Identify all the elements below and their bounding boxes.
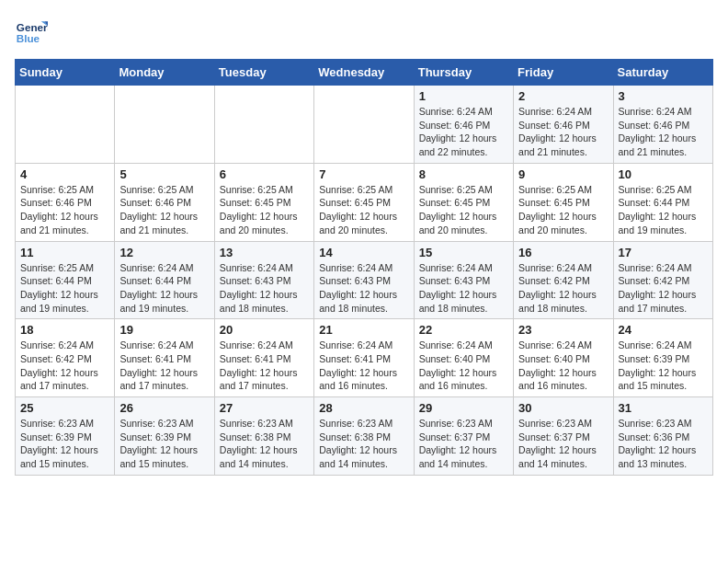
day-cell xyxy=(214,86,313,164)
day-cell: 28Sunrise: 6:23 AMSunset: 6:38 PMDayligh… xyxy=(314,397,414,476)
day-number: 8 xyxy=(419,167,508,181)
day-number: 7 xyxy=(319,167,408,181)
day-info: Sunrise: 6:24 AMSunset: 6:41 PMDaylight:… xyxy=(220,339,309,393)
day-info: Sunrise: 6:24 AMSunset: 6:41 PMDaylight:… xyxy=(319,339,408,393)
day-info: Sunrise: 6:25 AMSunset: 6:46 PMDaylight:… xyxy=(119,183,209,237)
day-number: 24 xyxy=(619,323,708,337)
day-cell xyxy=(16,86,115,164)
day-info: Sunrise: 6:23 AMSunset: 6:39 PMDaylight:… xyxy=(20,417,109,471)
week-row-5: 25Sunrise: 6:23 AMSunset: 6:39 PMDayligh… xyxy=(16,397,713,476)
day-info: Sunrise: 6:24 AMSunset: 6:42 PMDaylight:… xyxy=(20,339,109,393)
day-info: Sunrise: 6:24 AMSunset: 6:43 PMDaylight:… xyxy=(319,261,408,316)
day-info: Sunrise: 6:24 AMSunset: 6:44 PMDaylight:… xyxy=(119,261,209,316)
day-cell: 27Sunrise: 6:23 AMSunset: 6:38 PMDayligh… xyxy=(214,397,313,476)
day-number: 21 xyxy=(319,323,408,337)
day-number: 17 xyxy=(619,246,708,259)
day-cell: 3Sunrise: 6:24 AMSunset: 6:46 PMDaylight… xyxy=(613,86,712,164)
day-number: 4 xyxy=(20,167,109,181)
day-cell: 21Sunrise: 6:24 AMSunset: 6:41 PMDayligh… xyxy=(314,319,414,397)
day-number: 5 xyxy=(119,167,209,181)
day-info: Sunrise: 6:24 AMSunset: 6:46 PMDaylight:… xyxy=(619,105,708,159)
day-cell: 22Sunrise: 6:24 AMSunset: 6:40 PMDayligh… xyxy=(414,319,513,397)
day-cell: 7Sunrise: 6:25 AMSunset: 6:45 PMDaylight… xyxy=(314,163,414,241)
calendar-header: SundayMondayTuesdayWednesdayThursdayFrid… xyxy=(16,60,713,86)
day-cell xyxy=(115,86,214,164)
day-number: 14 xyxy=(319,246,408,259)
day-info: Sunrise: 6:25 AMSunset: 6:45 PMDaylight:… xyxy=(518,183,608,237)
day-info: Sunrise: 6:25 AMSunset: 6:44 PMDaylight:… xyxy=(619,183,708,237)
svg-text:Blue: Blue xyxy=(17,32,40,44)
header-day-thursday: Thursday xyxy=(414,60,513,86)
day-cell: 25Sunrise: 6:23 AMSunset: 6:39 PMDayligh… xyxy=(16,397,115,476)
day-info: Sunrise: 6:25 AMSunset: 6:44 PMDaylight:… xyxy=(20,261,109,316)
day-cell: 12Sunrise: 6:24 AMSunset: 6:44 PMDayligh… xyxy=(115,241,214,319)
day-number: 29 xyxy=(419,401,508,415)
day-info: Sunrise: 6:24 AMSunset: 6:40 PMDaylight:… xyxy=(518,339,608,393)
day-number: 18 xyxy=(20,323,109,337)
day-cell: 23Sunrise: 6:24 AMSunset: 6:40 PMDayligh… xyxy=(514,319,613,397)
day-cell: 29Sunrise: 6:23 AMSunset: 6:37 PMDayligh… xyxy=(414,397,513,476)
day-info: Sunrise: 6:23 AMSunset: 6:37 PMDaylight:… xyxy=(419,417,508,471)
day-number: 12 xyxy=(119,246,209,259)
day-info: Sunrise: 6:25 AMSunset: 6:45 PMDaylight:… xyxy=(319,183,408,237)
day-info: Sunrise: 6:24 AMSunset: 6:46 PMDaylight:… xyxy=(518,105,608,159)
day-number: 19 xyxy=(119,323,209,337)
day-info: Sunrise: 6:24 AMSunset: 6:42 PMDaylight:… xyxy=(518,261,608,316)
day-info: Sunrise: 6:24 AMSunset: 6:43 PMDaylight:… xyxy=(419,261,508,316)
day-number: 23 xyxy=(518,323,608,337)
day-info: Sunrise: 6:23 AMSunset: 6:37 PMDaylight:… xyxy=(518,417,608,471)
day-cell: 9Sunrise: 6:25 AMSunset: 6:45 PMDaylight… xyxy=(514,163,613,241)
page-header: General Blue xyxy=(15,15,713,48)
day-number: 31 xyxy=(619,401,708,415)
logo-icon: General Blue xyxy=(15,15,48,48)
day-number: 6 xyxy=(220,167,309,181)
day-number: 9 xyxy=(518,167,608,181)
day-info: Sunrise: 6:25 AMSunset: 6:45 PMDaylight:… xyxy=(419,183,508,237)
header-row: SundayMondayTuesdayWednesdayThursdayFrid… xyxy=(16,60,713,86)
header-day-saturday: Saturday xyxy=(613,60,712,86)
day-cell: 24Sunrise: 6:24 AMSunset: 6:39 PMDayligh… xyxy=(613,319,712,397)
day-info: Sunrise: 6:25 AMSunset: 6:45 PMDaylight:… xyxy=(220,183,309,237)
header-day-wednesday: Wednesday xyxy=(314,60,414,86)
day-cell: 31Sunrise: 6:23 AMSunset: 6:36 PMDayligh… xyxy=(613,397,712,476)
day-cell: 19Sunrise: 6:24 AMSunset: 6:41 PMDayligh… xyxy=(115,319,214,397)
day-info: Sunrise: 6:23 AMSunset: 6:36 PMDaylight:… xyxy=(619,417,708,471)
day-cell: 14Sunrise: 6:24 AMSunset: 6:43 PMDayligh… xyxy=(314,241,414,319)
day-number: 1 xyxy=(419,89,508,103)
day-cell: 2Sunrise: 6:24 AMSunset: 6:46 PMDaylight… xyxy=(514,86,613,164)
week-row-1: 1Sunrise: 6:24 AMSunset: 6:46 PMDaylight… xyxy=(16,86,713,164)
header-day-tuesday: Tuesday xyxy=(214,60,313,86)
day-info: Sunrise: 6:23 AMSunset: 6:39 PMDaylight:… xyxy=(119,417,209,471)
day-info: Sunrise: 6:24 AMSunset: 6:46 PMDaylight:… xyxy=(419,105,508,159)
day-info: Sunrise: 6:24 AMSunset: 6:43 PMDaylight:… xyxy=(220,261,309,316)
day-info: Sunrise: 6:24 AMSunset: 6:41 PMDaylight:… xyxy=(119,339,209,393)
week-row-2: 4Sunrise: 6:25 AMSunset: 6:46 PMDaylight… xyxy=(16,163,713,241)
day-cell xyxy=(314,86,414,164)
day-number: 27 xyxy=(220,401,309,415)
day-cell: 8Sunrise: 6:25 AMSunset: 6:45 PMDaylight… xyxy=(414,163,513,241)
header-day-sunday: Sunday xyxy=(16,60,115,86)
day-info: Sunrise: 6:23 AMSunset: 6:38 PMDaylight:… xyxy=(220,417,309,471)
day-cell: 30Sunrise: 6:23 AMSunset: 6:37 PMDayligh… xyxy=(514,397,613,476)
day-info: Sunrise: 6:24 AMSunset: 6:40 PMDaylight:… xyxy=(419,339,508,393)
day-number: 10 xyxy=(619,167,708,181)
day-cell: 11Sunrise: 6:25 AMSunset: 6:44 PMDayligh… xyxy=(16,241,115,319)
day-info: Sunrise: 6:24 AMSunset: 6:39 PMDaylight:… xyxy=(619,339,708,393)
day-number: 30 xyxy=(518,401,608,415)
day-number: 28 xyxy=(319,401,408,415)
day-cell: 20Sunrise: 6:24 AMSunset: 6:41 PMDayligh… xyxy=(214,319,313,397)
day-cell: 6Sunrise: 6:25 AMSunset: 6:45 PMDaylight… xyxy=(214,163,313,241)
day-cell: 5Sunrise: 6:25 AMSunset: 6:46 PMDaylight… xyxy=(115,163,214,241)
day-number: 20 xyxy=(220,323,309,337)
day-number: 26 xyxy=(119,401,209,415)
week-row-4: 18Sunrise: 6:24 AMSunset: 6:42 PMDayligh… xyxy=(16,319,713,397)
day-info: Sunrise: 6:25 AMSunset: 6:46 PMDaylight:… xyxy=(20,183,109,237)
day-number: 13 xyxy=(220,246,309,259)
day-cell: 18Sunrise: 6:24 AMSunset: 6:42 PMDayligh… xyxy=(16,319,115,397)
day-cell: 15Sunrise: 6:24 AMSunset: 6:43 PMDayligh… xyxy=(414,241,513,319)
day-cell: 16Sunrise: 6:24 AMSunset: 6:42 PMDayligh… xyxy=(514,241,613,319)
day-number: 11 xyxy=(20,246,109,259)
day-number: 15 xyxy=(419,246,508,259)
day-number: 3 xyxy=(619,89,708,103)
header-day-monday: Monday xyxy=(115,60,214,86)
